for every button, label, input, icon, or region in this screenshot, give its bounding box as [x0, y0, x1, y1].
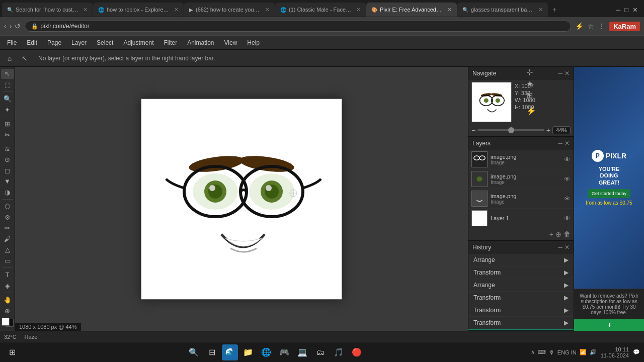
tool-path[interactable]: △ [1, 245, 14, 255]
settings-icon[interactable]: ⋮ [598, 22, 605, 30]
minimize-button[interactable]: ─ [616, 6, 620, 14]
right-tool-2[interactable]: ★ [526, 79, 536, 88]
volume-icon[interactable]: 🔊 [590, 349, 597, 355]
chevron-up-icon[interactable]: ∧ [531, 349, 535, 355]
tool-erase[interactable]: ◻ [1, 166, 14, 176]
tab-3[interactable]: ▶ (662) how to create your C... ✕ [184, 3, 275, 17]
taskbar-edge[interactable]: 🌊 [222, 344, 238, 360]
tab-2[interactable]: 🌐 how to roblox - Explore - G... ✕ [93, 3, 184, 17]
tab-2-close[interactable]: ✕ [174, 7, 179, 13]
keyboard-icon[interactable]: ⌨ [538, 349, 546, 355]
tab-4-close[interactable]: ✕ [356, 7, 361, 13]
menu-select[interactable]: Select [92, 37, 118, 48]
menu-edit[interactable]: Edit [22, 37, 42, 48]
toolbar-cursor-btn[interactable]: ↖ [18, 52, 31, 65]
layers-minimize[interactable]: ─ [558, 140, 562, 147]
layer-visibility-2[interactable]: 👁 [564, 195, 571, 203]
tab-4[interactable]: 🌐 (1) Classic Male - Face - Ro... ✕ [275, 3, 366, 17]
tool-cursor[interactable]: ↖ [1, 69, 14, 79]
history-item-3[interactable]: Transform ▶ [468, 292, 574, 304]
tool-eyedropper[interactable]: ✦ [1, 105, 14, 115]
tool-text[interactable]: T [1, 270, 14, 280]
taskbar-app-7[interactable]: 🗂 [312, 344, 329, 360]
history-item-2[interactable]: Arrange ▶ [468, 279, 574, 292]
lang-indicator[interactable]: ENG IN [557, 349, 577, 355]
delete-layer-btn[interactable]: 🗑 [564, 230, 571, 238]
tool-clone[interactable]: ⊙ [1, 155, 14, 165]
tool-fill[interactable]: ▼ [1, 176, 14, 187]
tab-5[interactable]: 🎨 Pixlr E: Free Advanced Pho... ✕ [366, 3, 457, 17]
taskbar-task-view[interactable]: ⊟ [204, 344, 220, 360]
mic-icon[interactable]: 🎙 [549, 349, 554, 355]
history-minimize[interactable]: ─ [558, 244, 562, 251]
zoom-value[interactable]: 44% [552, 126, 571, 134]
close-button[interactable]: ✕ [632, 6, 638, 14]
history-item-0[interactable]: Arrange ▶ [468, 254, 574, 266]
zoom-in-btn[interactable]: + [546, 126, 550, 134]
taskbar-chrome[interactable]: 🌐 [258, 344, 274, 360]
clock-area[interactable]: 10:11 11-06-2024 [601, 346, 629, 358]
right-tool-4[interactable]: ⚡ [526, 106, 536, 116]
ad-cta-btn[interactable]: Get started today [588, 189, 630, 198]
menu-file[interactable]: File [2, 37, 22, 48]
copy-layer-btn[interactable]: ⊕ [555, 230, 561, 238]
history-item-1[interactable]: Transform ▶ [468, 266, 574, 279]
tool-gear[interactable]: ⚙ [1, 213, 14, 223]
layer-item-3[interactable]: Layer 1 👁 [468, 209, 574, 228]
tab-6[interactable]: 🔍 glasses transparent backgr... ✕ [457, 3, 548, 17]
tool-shape[interactable]: ⬡ [1, 202, 14, 212]
tab-6-close[interactable]: ✕ [538, 7, 543, 13]
maximize-button[interactable]: □ [624, 6, 628, 14]
notification-icon[interactable]: 💬 [633, 349, 640, 355]
start-button[interactable]: ⊞ [4, 344, 20, 360]
zoom-out-btn[interactable]: − [471, 126, 475, 134]
bookmark-icon[interactable]: ☆ [588, 22, 594, 30]
menu-page[interactable]: Page [42, 37, 66, 48]
zoom-slider[interactable] [477, 129, 544, 131]
layer-item-2[interactable]: image.png Image 👁 [468, 189, 574, 209]
tool-zoom[interactable]: 🔍 [1, 94, 14, 104]
refresh-button[interactable]: ↺ [15, 22, 21, 30]
background-color[interactable] [2, 318, 10, 326]
taskbar-file-explorer[interactable]: 📁 [240, 344, 256, 360]
history-item-5[interactable]: Transform ▶ [468, 317, 574, 329]
tool-cut[interactable]: ✂ [1, 130, 14, 140]
layers-close[interactable]: ✕ [565, 140, 570, 147]
toolbar-home-btn[interactable]: ⌂ [3, 52, 16, 65]
url-input[interactable]: 🔒 pixlr.com/e/#editor [25, 21, 571, 32]
tool-zoom2[interactable]: ⊕ [1, 306, 14, 316]
menu-adjustment[interactable]: Adjustment [118, 37, 158, 48]
history-item-6[interactable]: Transform ▶ [468, 329, 574, 330]
menu-view[interactable]: View [219, 37, 243, 48]
tool-rectangle[interactable]: ▭ [1, 256, 14, 266]
back-button[interactable]: ‹ [4, 22, 7, 30]
layer-item-0[interactable]: image.png Image 👁 [468, 150, 574, 169]
menu-layer[interactable]: Layer [66, 37, 92, 48]
history-item-4[interactable]: Transform ▶ [468, 304, 574, 317]
tool-hand[interactable]: 🤚 [1, 295, 14, 305]
tool-crop[interactable]: ⊞ [1, 119, 14, 129]
layer-visibility-0[interactable]: 👁 [564, 156, 571, 163]
tab-3-close[interactable]: ✕ [265, 7, 270, 13]
taskbar-app-5[interactable]: 🎮 [276, 344, 292, 360]
extensions-icon[interactable]: ⚡ [575, 22, 584, 30]
tab-1-close[interactable]: ✕ [83, 7, 88, 13]
tool-pen[interactable]: ✏ [1, 223, 14, 233]
network-icon[interactable]: 📶 [580, 349, 587, 355]
taskbar-app-9[interactable]: 🔴 [349, 344, 365, 360]
canvas-area[interactable]: 1080 x 1080 px @ 44% [15, 67, 468, 331]
tool-picker2[interactable]: ◈ [1, 281, 14, 291]
menu-filter[interactable]: Filter [158, 37, 182, 48]
navigate-minimize[interactable]: ─ [558, 70, 562, 77]
navigate-close[interactable]: ✕ [565, 70, 570, 77]
layer-item-1[interactable]: image.png Image 👁 [468, 169, 574, 189]
forward-button[interactable]: › [10, 22, 12, 30]
tool-heal[interactable]: ≋ [1, 144, 14, 154]
add-layer-btn[interactable]: + [549, 230, 553, 238]
menu-animation[interactable]: Animation [182, 37, 219, 48]
menu-help[interactable]: Help [242, 37, 265, 48]
download-btn[interactable]: ⬇ [574, 319, 644, 331]
taskbar-app-6[interactable]: 💻 [294, 344, 310, 360]
new-tab-button[interactable]: + [548, 3, 560, 17]
right-tool-1[interactable]: ⊹ [526, 67, 536, 77]
